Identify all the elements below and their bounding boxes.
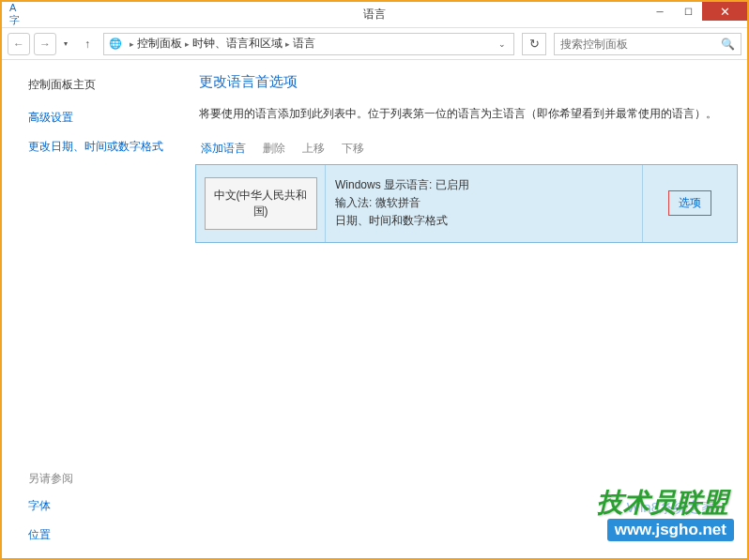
breadcrumb-item[interactable]: 语言: [293, 36, 315, 52]
add-language-button[interactable]: 添加语言: [201, 141, 246, 157]
navbar: ← → ▾ ↑ 🌐 ▸ 控制面板 ▸ 时钟、语言和区域 ▸ 语言 ⌄ ↻ 🔍: [2, 28, 747, 60]
format-line: 日期、时间和数字格式: [335, 212, 633, 230]
display-language-line: Windows 显示语言: 已启用: [335, 176, 633, 194]
close-button[interactable]: ✕: [702, 2, 747, 21]
maximize-button[interactable]: ☐: [674, 2, 702, 21]
move-up-button[interactable]: 上移: [302, 141, 325, 157]
sidebar-link-date-format[interactable]: 更改日期、时间或数字格式: [28, 139, 193, 155]
move-down-button[interactable]: 下移: [342, 141, 364, 157]
language-name-cell: 中文(中华人民共和国): [196, 165, 326, 242]
page-title: 更改语言首选项: [199, 73, 738, 91]
back-button[interactable]: ←: [8, 33, 30, 55]
chevron-right-icon: ▸: [185, 39, 190, 49]
search-icon[interactable]: 🔍: [721, 38, 735, 51]
ime-line: 输入法: 微软拼音: [335, 194, 633, 212]
history-dropdown[interactable]: ▾: [60, 35, 71, 53]
page-description: 将要使用的语言添加到此列表中。位于列表第一位的语言为主语言（即你希望看到并最常使…: [199, 106, 732, 122]
refresh-button[interactable]: ↻: [522, 33, 546, 55]
toolbar: 添加语言 删除 上移 下移: [193, 141, 738, 164]
chevron-right-icon: ▸: [285, 39, 290, 49]
titlebar: A字 语言 ─ ☐ ✕: [2, 2, 747, 28]
language-action-cell: 选项: [643, 165, 737, 242]
language-name: 中文(中华人民共和国): [205, 177, 317, 230]
remove-button[interactable]: 删除: [263, 141, 285, 157]
options-link[interactable]: 选项: [668, 190, 711, 216]
control-panel-icon: 🌐: [108, 37, 123, 52]
app-icon: A字: [9, 8, 24, 23]
sidebar-see-also-label: 另请参阅: [28, 471, 193, 487]
search-box[interactable]: 🔍: [554, 33, 741, 55]
breadcrumb[interactable]: 🌐 ▸ 控制面板 ▸ 时钟、语言和区域 ▸ 语言 ⌄: [103, 33, 514, 55]
up-button[interactable]: ↑: [78, 35, 97, 53]
search-input[interactable]: [560, 38, 721, 51]
body-area: 控制面板主页 高级设置 更改日期、时间或数字格式 另请参阅 字体 位置 更改语言…: [2, 60, 747, 556]
sidebar-link-location[interactable]: 位置: [28, 527, 193, 543]
sidebar-link-fonts[interactable]: 字体: [28, 498, 193, 514]
main-content: 更改语言首选项 将要使用的语言添加到此列表中。位于列表第一位的语言为主语言（即你…: [193, 60, 747, 556]
language-row[interactable]: 中文(中华人民共和国) Windows 显示语言: 已启用 输入法: 微软拼音 …: [195, 164, 738, 243]
chevron-right-icon: ▸: [130, 39, 134, 49]
breadcrumb-item[interactable]: 时钟、语言和区域: [192, 36, 283, 52]
sidebar-link-advanced[interactable]: 高级设置: [28, 110, 193, 126]
language-details: Windows 显示语言: 已启用 输入法: 微软拼音 日期、时间和数字格式: [326, 165, 643, 242]
breadcrumb-dropdown-icon[interactable]: ⌄: [498, 39, 510, 49]
sidebar: 控制面板主页 高级设置 更改日期、时间或数字格式 另请参阅 字体 位置: [2, 60, 193, 556]
window-controls: ─ ☐ ✕: [646, 2, 747, 21]
breadcrumb-item[interactable]: 控制面板: [137, 36, 182, 52]
sidebar-home[interactable]: 控制面板主页: [28, 77, 193, 93]
forward-button[interactable]: →: [34, 33, 56, 55]
minimize-button[interactable]: ─: [646, 2, 674, 21]
window-title: 语言: [363, 7, 386, 23]
